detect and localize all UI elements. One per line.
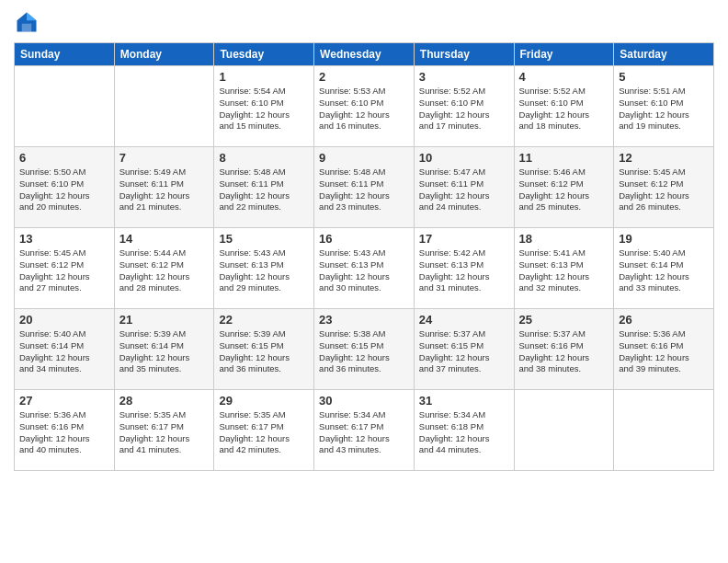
- calendar-cell: 21Sunrise: 5:39 AM Sunset: 6:14 PM Dayli…: [114, 309, 214, 390]
- day-number: 6: [19, 151, 109, 165]
- day-number: 17: [419, 232, 509, 246]
- calendar-cell: [15, 66, 115, 147]
- calendar-cell: 23Sunrise: 5:38 AM Sunset: 6:15 PM Dayli…: [314, 309, 415, 390]
- day-info: Sunrise: 5:43 AM Sunset: 6:13 PM Dayligh…: [319, 247, 409, 294]
- calendar-cell: 9Sunrise: 5:48 AM Sunset: 6:11 PM Daylig…: [314, 147, 415, 228]
- header-day: Tuesday: [214, 43, 314, 66]
- day-info: Sunrise: 5:54 AM Sunset: 6:10 PM Dayligh…: [219, 86, 309, 132]
- calendar-cell: 2Sunrise: 5:53 AM Sunset: 6:10 PM Daylig…: [314, 66, 415, 147]
- header-day: Thursday: [414, 43, 514, 66]
- day-info: Sunrise: 5:53 AM Sunset: 6:10 PM Dayligh…: [319, 86, 409, 132]
- day-info: Sunrise: 5:35 AM Sunset: 6:17 PM Dayligh…: [219, 409, 309, 456]
- calendar-cell: 5Sunrise: 5:51 AM Sunset: 6:10 PM Daylig…: [614, 66, 714, 147]
- calendar-cell: 4Sunrise: 5:52 AM Sunset: 6:10 PM Daylig…: [514, 66, 614, 147]
- day-info: Sunrise: 5:49 AM Sunset: 6:11 PM Dayligh…: [119, 167, 210, 213]
- header-day: Sunday: [15, 43, 115, 66]
- day-number: 29: [219, 394, 309, 408]
- logo-icon: [14, 9, 40, 35]
- day-info: Sunrise: 5:37 AM Sunset: 6:16 PM Dayligh…: [519, 328, 609, 375]
- calendar-cell: 18Sunrise: 5:41 AM Sunset: 6:13 PM Dayli…: [514, 228, 614, 309]
- day-number: 4: [519, 70, 609, 84]
- calendar-cell: 13Sunrise: 5:45 AM Sunset: 6:12 PM Dayli…: [15, 228, 115, 309]
- calendar-cell: 7Sunrise: 5:49 AM Sunset: 6:11 PM Daylig…: [114, 147, 214, 228]
- day-number: 24: [419, 313, 509, 327]
- calendar-cell: 20Sunrise: 5:40 AM Sunset: 6:14 PM Dayli…: [15, 309, 115, 390]
- header: [14, 9, 714, 35]
- day-info: Sunrise: 5:44 AM Sunset: 6:12 PM Dayligh…: [119, 247, 210, 294]
- calendar-week: 6Sunrise: 5:50 AM Sunset: 6:10 PM Daylig…: [15, 147, 714, 228]
- calendar-cell: 22Sunrise: 5:39 AM Sunset: 6:15 PM Dayli…: [214, 309, 314, 390]
- day-info: Sunrise: 5:46 AM Sunset: 6:12 PM Dayligh…: [519, 167, 609, 213]
- calendar-cell: 31Sunrise: 5:34 AM Sunset: 6:18 PM Dayli…: [414, 390, 514, 471]
- calendar-cell: 26Sunrise: 5:36 AM Sunset: 6:16 PM Dayli…: [614, 309, 714, 390]
- day-number: 13: [19, 232, 109, 246]
- calendar-cell: 10Sunrise: 5:47 AM Sunset: 6:11 PM Dayli…: [414, 147, 514, 228]
- calendar-cell: 25Sunrise: 5:37 AM Sunset: 6:16 PM Dayli…: [514, 309, 614, 390]
- calendar-week: 1Sunrise: 5:54 AM Sunset: 6:10 PM Daylig…: [15, 66, 714, 147]
- header-day: Saturday: [614, 43, 714, 66]
- day-number: 28: [119, 394, 210, 408]
- calendar-cell: 28Sunrise: 5:35 AM Sunset: 6:17 PM Dayli…: [114, 390, 214, 471]
- day-number: 7: [119, 151, 210, 165]
- day-info: Sunrise: 5:48 AM Sunset: 6:11 PM Dayligh…: [219, 167, 309, 213]
- day-info: Sunrise: 5:48 AM Sunset: 6:11 PM Dayligh…: [319, 167, 409, 213]
- day-number: 18: [519, 232, 609, 246]
- calendar-week: 27Sunrise: 5:36 AM Sunset: 6:16 PM Dayli…: [15, 390, 714, 471]
- calendar-cell: 1Sunrise: 5:54 AM Sunset: 6:10 PM Daylig…: [214, 66, 314, 147]
- calendar-week: 13Sunrise: 5:45 AM Sunset: 6:12 PM Dayli…: [15, 228, 714, 309]
- day-info: Sunrise: 5:47 AM Sunset: 6:11 PM Dayligh…: [419, 167, 509, 213]
- day-info: Sunrise: 5:37 AM Sunset: 6:15 PM Dayligh…: [419, 328, 509, 375]
- calendar-cell: 24Sunrise: 5:37 AM Sunset: 6:15 PM Dayli…: [414, 309, 514, 390]
- calendar-cell: 17Sunrise: 5:42 AM Sunset: 6:13 PM Dayli…: [414, 228, 514, 309]
- day-info: Sunrise: 5:43 AM Sunset: 6:13 PM Dayligh…: [219, 247, 309, 294]
- day-number: 25: [519, 313, 609, 327]
- day-number: 3: [419, 70, 509, 84]
- day-info: Sunrise: 5:34 AM Sunset: 6:17 PM Dayligh…: [319, 409, 409, 456]
- calendar-cell: 15Sunrise: 5:43 AM Sunset: 6:13 PM Dayli…: [214, 228, 314, 309]
- day-number: 1: [219, 70, 309, 84]
- day-number: 27: [19, 394, 109, 408]
- calendar-cell: 6Sunrise: 5:50 AM Sunset: 6:10 PM Daylig…: [15, 147, 115, 228]
- calendar-week: 20Sunrise: 5:40 AM Sunset: 6:14 PM Dayli…: [15, 309, 714, 390]
- day-number: 16: [319, 232, 409, 246]
- day-info: Sunrise: 5:36 AM Sunset: 6:16 PM Dayligh…: [19, 409, 109, 456]
- calendar-cell: 27Sunrise: 5:36 AM Sunset: 6:16 PM Dayli…: [15, 390, 115, 471]
- day-info: Sunrise: 5:52 AM Sunset: 6:10 PM Dayligh…: [419, 86, 509, 132]
- day-number: 21: [119, 313, 210, 327]
- calendar-cell: 16Sunrise: 5:43 AM Sunset: 6:13 PM Dayli…: [314, 228, 415, 309]
- day-number: 2: [319, 70, 409, 84]
- calendar-cell: 14Sunrise: 5:44 AM Sunset: 6:12 PM Dayli…: [114, 228, 214, 309]
- day-number: 26: [619, 313, 709, 327]
- day-info: Sunrise: 5:39 AM Sunset: 6:14 PM Dayligh…: [119, 328, 210, 375]
- calendar-cell: 19Sunrise: 5:40 AM Sunset: 6:14 PM Dayli…: [614, 228, 714, 309]
- page-container: SundayMondayTuesdayWednesdayThursdayFrid…: [0, 0, 728, 480]
- day-number: 9: [319, 151, 409, 165]
- day-info: Sunrise: 5:40 AM Sunset: 6:14 PM Dayligh…: [619, 247, 709, 294]
- header-day: Friday: [514, 43, 614, 66]
- calendar-body: 1Sunrise: 5:54 AM Sunset: 6:10 PM Daylig…: [15, 66, 714, 471]
- svg-rect-2: [22, 24, 32, 32]
- day-number: 11: [519, 151, 609, 165]
- day-number: 22: [219, 313, 309, 327]
- calendar-header: SundayMondayTuesdayWednesdayThursdayFrid…: [15, 43, 714, 66]
- day-number: 14: [119, 232, 210, 246]
- logo: [14, 9, 43, 35]
- day-info: Sunrise: 5:35 AM Sunset: 6:17 PM Dayligh…: [119, 409, 210, 456]
- day-info: Sunrise: 5:45 AM Sunset: 6:12 PM Dayligh…: [19, 247, 109, 294]
- calendar-cell: 29Sunrise: 5:35 AM Sunset: 6:17 PM Dayli…: [214, 390, 314, 471]
- day-number: 5: [619, 70, 709, 84]
- day-number: 10: [419, 151, 509, 165]
- svg-marker-1: [27, 13, 37, 21]
- day-info: Sunrise: 5:50 AM Sunset: 6:10 PM Dayligh…: [19, 167, 109, 213]
- day-info: Sunrise: 5:34 AM Sunset: 6:18 PM Dayligh…: [419, 409, 509, 456]
- day-info: Sunrise: 5:36 AM Sunset: 6:16 PM Dayligh…: [619, 328, 709, 375]
- day-number: 12: [619, 151, 709, 165]
- calendar-cell: 3Sunrise: 5:52 AM Sunset: 6:10 PM Daylig…: [414, 66, 514, 147]
- calendar-cell: [614, 390, 714, 471]
- day-info: Sunrise: 5:41 AM Sunset: 6:13 PM Dayligh…: [519, 247, 609, 294]
- header-day: Wednesday: [314, 43, 415, 66]
- day-info: Sunrise: 5:45 AM Sunset: 6:12 PM Dayligh…: [619, 167, 709, 213]
- day-number: 30: [319, 394, 409, 408]
- day-info: Sunrise: 5:51 AM Sunset: 6:10 PM Dayligh…: [619, 86, 709, 132]
- day-info: Sunrise: 5:39 AM Sunset: 6:15 PM Dayligh…: [219, 328, 309, 375]
